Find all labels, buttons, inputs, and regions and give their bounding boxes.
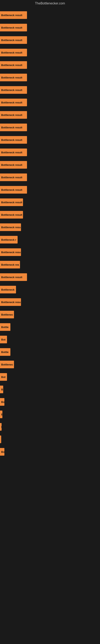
bar-label: Bottleneck resu [1,226,21,229]
result-bar[interactable]: Bottleneck result [0,273,27,281]
bar-label: Bottlenec [1,313,13,316]
result-bar[interactable]: Bottleneck result [0,86,27,94]
result-bar[interactable]: Bottleneck res [0,261,20,268]
bar-row: Bottleneck result [0,84,100,96]
bar-row: Bot [0,371,100,383]
site-title: TheBottlenecker.com [0,0,100,7]
result-bar[interactable]: Bottle [0,348,10,356]
bar-label: Bot [1,338,6,341]
bar-label: Bottleneck resu [1,251,21,254]
bar-label: B [1,413,2,416]
bar-row: Bottleneck result [0,34,100,46]
result-bar[interactable]: Bottleneck result [0,211,23,218]
bar-label: Bottleneck result [1,26,22,29]
bar-label: Bottleneck result [1,151,22,154]
bar-label: Bottleneck resu [1,301,21,304]
bar-row: Bottleneck result [0,59,100,71]
bar-row: Bottleneck result [0,46,100,59]
result-bar[interactable]: Bottleneck result [0,49,27,56]
bar-row: Bottleneck result [0,71,100,84]
result-bar[interactable]: I [0,423,1,431]
bar-row: Bottleneck resu [0,246,100,258]
bar-label: Bottleneck res [1,263,19,266]
result-bar[interactable]: Bottle [0,323,10,331]
bar-label: Bottleneck result [1,201,22,204]
bar-label: Bottleneck result [1,76,22,79]
result-bar[interactable]: Bottleneck result [0,98,27,106]
bar-label: Bottlenec [1,363,13,366]
result-bar[interactable]: Bot [0,373,7,381]
result-bar[interactable]: B [0,410,2,418]
bar-row: Bottleneck result [0,109,100,121]
result-bar[interactable]: Bottleneck resu [0,224,21,231]
bar-row: Bottlenec [0,358,100,371]
bar-label: Bottleneck result [1,138,22,142]
result-bar[interactable]: B [0,386,3,393]
bar-row: Bottleneck result [0,184,100,196]
bar-row: Bottleneck result [0,134,100,146]
bar-row: Bottleneck result [0,146,100,158]
result-bar[interactable]: Bottlenec [0,361,14,368]
bars-container: Bottleneck resultBottleneck resultBottle… [0,7,100,460]
result-bar[interactable]: Bottleneck result [0,111,27,119]
bar-label: Bottleneck result [1,114,22,116]
bar-row: Bottleneck result [0,158,100,171]
bar-label: Bot [1,376,6,378]
bar-label: Bottleneck result [1,51,22,54]
bar-row: Bot [0,333,100,346]
bar-label: I [1,426,1,428]
bar-label: Bottleneck [1,288,14,291]
bar-row: Bottleneck resu [0,296,100,308]
bar-row: Bottleneck r [0,234,100,246]
result-bar[interactable]: Bo [0,448,4,456]
bar-label: Bo [1,450,4,454]
bar-label: Bottleneck result [1,39,22,42]
bar-row: I [0,420,100,433]
bar-row: Bottleneck result [0,21,100,34]
bar-row: Bottleneck result [0,171,100,184]
result-bar[interactable]: Bottleneck resu [0,248,21,256]
bar-row: Bottleneck result [0,196,100,208]
result-bar[interactable]: Bot [0,336,7,343]
result-bar[interactable]: Bottleneck result [0,136,27,144]
bar-label: Bottle [1,326,9,329]
bar-row: Bottlenec [0,308,100,321]
bar-row [0,433,100,446]
result-bar[interactable]: Bottleneck r [0,236,18,244]
result-bar[interactable] [0,436,1,443]
bar-label: Bottleneck result [1,276,22,279]
result-bar[interactable]: Bo [0,398,4,406]
bar-label: Bottleneck result [1,14,22,17]
bar-label: Bottleneck result [1,101,22,104]
bar-label: Bottleneck result [1,188,22,192]
result-bar[interactable]: Bottleneck result [0,24,27,32]
result-bar[interactable]: Bottleneck resu [0,298,21,306]
result-bar[interactable]: Bottleneck result [0,61,27,69]
bar-row: Bottle [0,321,100,333]
bar-label: Bottleneck result [1,88,22,92]
bar-row: B [0,383,100,396]
bar-row: Bottle [0,346,100,358]
result-bar[interactable]: Bottleneck result [0,124,27,131]
result-bar[interactable]: Bottleneck result [0,74,27,81]
bar-label: Bottleneck result [1,213,22,216]
result-bar[interactable]: Bottlenec [0,311,14,318]
bar-label: Bottleneck result [1,126,22,129]
bar-label: Bottleneck result [1,64,22,66]
result-bar[interactable]: Bottleneck result [0,161,27,169]
bar-row: Bottleneck resu [0,221,100,234]
bar-label: Bottle [1,350,9,354]
bar-row: B [0,408,100,420]
result-bar[interactable]: Bottleneck result [0,186,27,194]
result-bar[interactable]: Bottleneck result [0,174,27,181]
result-bar[interactable]: Bottleneck result [0,148,27,156]
bar-row: Bottleneck result [0,9,100,21]
bar-label: B [1,388,3,391]
result-bar[interactable]: Bottleneck [0,286,16,294]
bar-row: Bottleneck [0,283,100,296]
result-bar[interactable]: Bottleneck result [0,36,27,44]
bar-label: Bottleneck result [1,176,22,179]
result-bar[interactable]: Bottleneck result [0,198,23,206]
result-bar[interactable]: Bottleneck result [0,11,27,19]
bar-row: Bo [0,446,100,458]
